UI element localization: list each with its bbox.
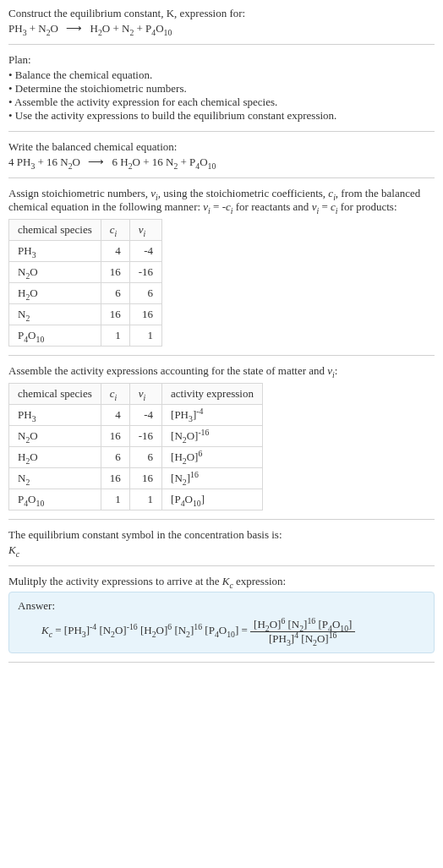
- multiply-section: Mulitply the activity expressions to arr…: [8, 575, 435, 663]
- col-nu: νi: [129, 384, 161, 405]
- plan-section: Plan: Balance the chemical equation. Det…: [8, 53, 435, 132]
- col-species: chemical species: [9, 384, 101, 405]
- unbalanced-equation: PH3 + N2O ⟶ H2O + N2 + P4O10: [8, 22, 435, 35]
- plan-heading: Plan:: [8, 53, 435, 67]
- table-row: N2O16-16: [9, 262, 162, 283]
- table-row: N2O16-16[N2O]-16: [9, 426, 263, 447]
- plan-item: Balance the chemical equation.: [8, 68, 435, 82]
- intro-section: Construct the equilibrium constant, K, e…: [8, 7, 435, 45]
- table-row: N21616[N2]16: [9, 468, 263, 489]
- table-row: H2O66[H2O]6: [9, 447, 263, 468]
- table-header-row: chemical species ci νi: [9, 220, 162, 241]
- table-row: N21616: [9, 304, 162, 325]
- plan-item: Determine the stoichiometric numbers.: [8, 82, 435, 96]
- answer-label: Answer:: [18, 599, 425, 613]
- table-row: PH34-4: [9, 241, 162, 262]
- activity-table: chemical species ci νi activity expressi…: [8, 383, 263, 510]
- kc-symbol: Kc: [8, 543, 435, 557]
- table-row: PH34-4[PH3]-4: [9, 405, 263, 426]
- plan-item: Use the activity expressions to build th…: [8, 109, 435, 123]
- balanced-heading: Write the balanced chemical equation:: [8, 140, 435, 154]
- multiply-heading: Mulitply the activity expressions to arr…: [8, 575, 435, 588]
- stoich-table: chemical species ci νi PH34-4 N2O16-16 H…: [8, 219, 162, 347]
- plan-list: Balance the chemical equation. Determine…: [8, 68, 435, 123]
- stoich-section: Assign stoichiometric numbers, νi, using…: [8, 187, 435, 356]
- table-row: P4O1011[P4O10]: [9, 489, 263, 510]
- table-header-row: chemical species ci νi activity expressi…: [9, 384, 263, 405]
- symbol-line: The equilibrium constant symbol in the c…: [8, 528, 435, 542]
- col-activity: activity expression: [162, 384, 263, 405]
- col-species: chemical species: [9, 220, 101, 241]
- col-nu: νi: [129, 220, 161, 241]
- col-c: ci: [101, 384, 129, 405]
- activity-section: Assemble the activity expressions accoun…: [8, 364, 435, 520]
- answer-box: Answer: Kc = [PH3]-4 [N2O]-16 [H2O]6 [N2…: [8, 592, 435, 653]
- table-row: P4O1011: [9, 325, 162, 347]
- kc-expression: Kc = [PH3]-4 [N2O]-16 [H2O]6 [N2]16 [P4O…: [18, 618, 425, 646]
- table-row: H2O66: [9, 283, 162, 304]
- stoich-heading: Assign stoichiometric numbers, νi, using…: [8, 187, 435, 214]
- col-c: ci: [101, 220, 129, 241]
- balanced-equation: 4 PH3 + 16 N2O ⟶ 6 H2O + 16 N2 + P4O10: [8, 156, 435, 169]
- balanced-section: Write the balanced chemical equation: 4 …: [8, 140, 435, 178]
- symbol-section: The equilibrium constant symbol in the c…: [8, 528, 435, 566]
- activity-heading: Assemble the activity expressions accoun…: [8, 364, 435, 378]
- intro-line1: Construct the equilibrium constant, K, e…: [8, 7, 435, 20]
- plan-item: Assemble the activity expression for eac…: [8, 96, 435, 109]
- fraction: [H2O]6 [N2]16 [P4O10] [PH3]4 [N2O]16: [250, 618, 355, 646]
